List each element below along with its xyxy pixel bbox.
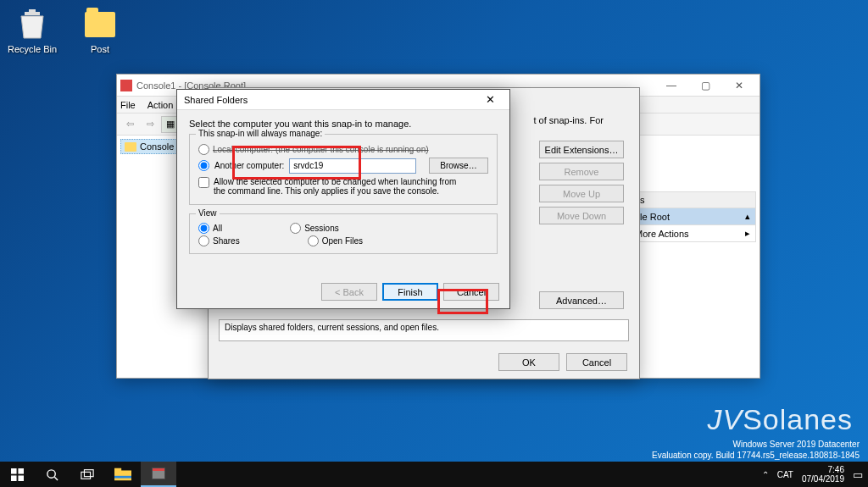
back-button[interactable]: ⇦ [120, 116, 139, 133]
manage-groupbox: This snap-in will always manage: Local c… [189, 134, 498, 205]
svg-point-6 [47, 469, 54, 477]
movedown-button: Move Down [539, 207, 624, 224]
advanced-button[interactable]: Advanced… [539, 291, 624, 309]
manage-group-label: This snap-in will always manage: [196, 129, 325, 138]
build-line2: Evaluation copy. Build 17744.rs5_release… [652, 450, 860, 461]
back-button: < Back [321, 283, 377, 301]
actions-header: ns [629, 191, 756, 208]
tray-clock[interactable]: 7:46 07/04/2019 [802, 465, 844, 484]
svg-rect-15 [153, 468, 164, 471]
view-groupbox: View All Sessions Shares Open Files [189, 213, 498, 254]
search-button[interactable] [34, 462, 70, 487]
moveup-button: Move Up [539, 185, 624, 202]
radio-view-sessions-label: Sessions [304, 224, 339, 233]
radio-view-sessions[interactable] [290, 223, 301, 234]
mmc-icon [120, 80, 132, 91]
radio-view-shares[interactable] [198, 235, 209, 246]
close-button[interactable]: ✕ [722, 75, 756, 96]
radio-view-openfiles-label: Open Files [322, 236, 363, 246]
build-info: Windows Server 2019 Datacenter Evaluatio… [652, 439, 860, 461]
remove-button: Remove [539, 163, 624, 180]
minimize-button[interactable]: — [654, 75, 688, 96]
maximize-button[interactable]: ▢ [688, 75, 722, 96]
tray-lang[interactable]: CAT [777, 470, 793, 479]
svg-rect-8 [81, 472, 91, 479]
shared-titlebar[interactable]: Shared Folders ✕ [177, 90, 509, 110]
taskbar-app-explorer[interactable] [105, 462, 141, 487]
cancel-button[interactable]: Cancel [443, 283, 499, 301]
folder-icon [125, 142, 136, 152]
radio-another-label: Another computer: [214, 161, 284, 170]
close-icon[interactable]: ✕ [477, 91, 503, 108]
menu-action[interactable]: Action [147, 100, 174, 110]
browse-button[interactable]: Browse… [429, 158, 488, 174]
desktop-icon-post[interactable]: Post [75, 7, 125, 54]
svg-rect-9 [84, 470, 93, 477]
actions-item-more[interactable]: More Actions▸ [629, 225, 756, 242]
taskbar-app-mmc[interactable] [141, 462, 176, 487]
tray-chevron-icon[interactable]: ⌃ [762, 470, 769, 479]
svg-rect-5 [18, 475, 24, 481]
finish-button[interactable]: Finish [382, 283, 438, 301]
radio-view-shares-label: Shares [213, 236, 240, 246]
svg-rect-2 [11, 468, 17, 474]
actions-item-root[interactable]: ole Root▴ [629, 208, 756, 225]
computer-name-input[interactable] [289, 158, 416, 174]
forward-button[interactable]: ⇨ [141, 116, 159, 133]
shared-folders-dialog: Shared Folders ✕ Select the computer you… [176, 89, 510, 309]
svg-rect-0 [25, 12, 40, 15]
tray-time: 7:46 [802, 465, 844, 474]
shared-title-text: Shared Folders [184, 95, 477, 105]
allow-change-label: Allow the selected computer to be change… [214, 177, 468, 196]
svg-rect-11 [114, 468, 121, 472]
svg-rect-3 [18, 468, 24, 474]
desktop-icon-recycle[interactable]: Recycle Bin [7, 7, 58, 54]
view-group-label: View [196, 208, 220, 218]
taskbar: ⌃ CAT 7:46 07/04/2019 ▭ [0, 462, 868, 487]
instruction-text: Select the computer you want this snap-i… [189, 119, 498, 129]
actions-pane: ns ole Root▴ More Actions▸ [629, 191, 756, 242]
svg-rect-4 [11, 475, 17, 481]
svg-rect-1 [29, 9, 36, 12]
start-button[interactable] [0, 462, 34, 487]
tray-date: 07/04/2019 [802, 474, 844, 484]
allow-change-checkbox[interactable] [198, 177, 209, 188]
radio-local-computer[interactable] [198, 144, 209, 155]
post-folder-label: Post [91, 44, 109, 54]
taskview-button[interactable] [70, 462, 105, 487]
tray-notifications-icon[interactable]: ▭ [853, 468, 863, 481]
ok-button[interactable]: OK [498, 353, 559, 371]
snapin-hint: t of snap-ins. For [533, 115, 604, 125]
svg-rect-10 [114, 470, 131, 480]
edit-extensions-button[interactable]: Edit Extensions… [539, 141, 624, 158]
recycle-bin-icon [14, 7, 50, 42]
radio-view-openfiles[interactable] [308, 235, 319, 246]
radio-view-all-label: All [213, 224, 222, 233]
cancel-button[interactable]: Cancel [566, 353, 627, 371]
snapin-description: Displays shared folders, current session… [219, 319, 629, 341]
radio-view-all[interactable] [198, 223, 209, 234]
recycle-bin-label: Recycle Bin [8, 44, 57, 54]
menu-file[interactable]: File [120, 100, 136, 110]
radio-another-computer[interactable] [198, 160, 209, 171]
svg-rect-12 [114, 476, 131, 479]
svg-line-7 [54, 477, 58, 480]
build-line1: Windows Server 2019 Datacenter [652, 439, 860, 450]
watermark: JVSolanes [707, 403, 853, 436]
folder-icon [82, 7, 118, 42]
radio-local-label: Local computer: (the computer this conso… [213, 145, 429, 154]
